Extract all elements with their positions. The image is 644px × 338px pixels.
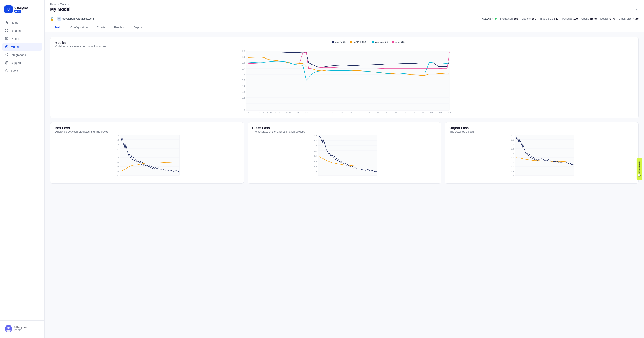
svg-text:2.0: 2.0 [116,134,120,136]
sidebar-item-label: Integrations [11,53,26,56]
more-options-button[interactable]: ⋮ [634,7,639,12]
epochs-value: 100 [532,17,536,20]
svg-text:1.5: 1.5 [314,160,317,162]
sidebar-item-label: Models [11,45,20,48]
svg-text:1.8: 1.8 [511,139,514,141]
box-loss-info: Box Loss Difference between predicted an… [55,126,108,133]
svg-point-20 [8,327,10,329]
svg-text:4.0: 4.0 [314,134,317,136]
feedback-button[interactable]: 💬 Feedback [636,158,642,180]
legend-recall: recall(B) [392,41,404,43]
svg-text:3.0: 3.0 [314,145,317,147]
metrics-chart-subtitle: Model accuracy measured on validation se… [55,45,106,48]
legend-label-map50: mAP50(B) [335,41,346,43]
svg-point-7 [6,46,8,48]
svg-point-11 [7,55,8,56]
svg-text:13: 13 [274,111,276,114]
main-content: Home › Models › My Model ⋮ 🔒 ✉ developer… [45,0,644,338]
tab-configuration[interactable]: Configuration [66,23,92,32]
sidebar-item-projects[interactable]: Projects [2,35,42,42]
svg-text:0: 0 [244,109,245,112]
svg-rect-5 [7,37,8,39]
object-loss-card: Object Loss The detected objects ⛶ [445,122,639,184]
box-loss-card: Box Loss Difference between predicted an… [50,122,244,184]
legend-map50: mAP50(B) [332,41,346,43]
sidebar-item-integrations[interactable]: Integrations [2,51,42,58]
svg-text:1.6: 1.6 [116,143,120,146]
breadcrumb: Home › Models › [50,3,639,6]
pretrained-value: Yes [514,17,518,20]
object-loss-info: Object Loss The detected objects [450,126,474,133]
tab-charts[interactable]: Charts [92,23,110,32]
sidebar-item-support[interactable]: Support [2,59,42,66]
svg-text:89: 89 [439,111,442,114]
svg-text:49: 49 [350,111,352,114]
charts-grid: Box Loss Difference between predicted an… [50,122,639,184]
svg-text:0.9: 0.9 [242,56,245,58]
svg-text:17: 17 [281,111,284,114]
svg-text:1.0: 1.0 [242,50,245,52]
pretrained-label: Pretrained [500,17,512,20]
metrics-chart-card: Metrics Model accuracy measured on valid… [50,37,639,118]
svg-text:1.2: 1.2 [511,152,514,154]
svg-text:21: 21 [289,111,291,114]
svg-text:0.7: 0.7 [242,68,245,70]
sidebar-item-models[interactable]: Models [2,43,42,50]
batch-size-param: Batch Size Auto [619,17,639,20]
sidebar-item-label: Trash [11,69,18,73]
svg-rect-2 [5,31,6,32]
page-title: My Model [50,7,70,12]
sidebar-item-datasets[interactable]: Datasets [2,27,42,34]
box-loss-title: Box Loss [55,126,108,130]
yolo-version-value: YOLOv8n [481,17,493,20]
class-loss-expand-button[interactable]: ⛶ [432,126,436,130]
cache-param: Cache None [582,17,597,20]
svg-rect-6 [7,39,8,40]
feedback-icon: 💬 [638,174,641,176]
svg-text:0.2: 0.2 [511,174,514,177]
svg-text:0.8: 0.8 [116,161,120,164]
user-profile[interactable]: Ultralytics FREE [2,323,42,334]
breadcrumb-home[interactable]: Home [50,3,57,6]
trash-icon [5,69,8,73]
batch-size-value: Auto [632,17,639,20]
svg-text:0.5: 0.5 [314,170,317,172]
breadcrumb-models[interactable]: Models [60,3,69,6]
metrics-expand-button[interactable]: ⛶ [630,41,634,45]
tab-train[interactable]: Train [50,23,66,32]
svg-text:19: 19 [285,111,288,114]
svg-text:0.4: 0.4 [116,170,120,172]
box-loss-svg: 2.0 1.8 1.6 1.4 1.2 1.0 0.8 0.6 0.4 0.2 [55,134,239,179]
svg-text:0.6: 0.6 [242,73,245,76]
home-icon [5,21,8,24]
metrics-chart-legend: mAP50(B) mAP50-95(B) precision(B) recall… [332,41,404,43]
tabs-bar: Train Configuration Charts Preview Deplo… [45,23,644,32]
class-loss-header: Class Loss The accuracy of the classes i… [252,126,437,133]
sidebar-item-trash[interactable]: Trash [2,67,42,75]
svg-rect-114 [515,135,574,176]
legend-label-recall: recall(B) [395,41,404,43]
models-icon [5,45,8,48]
svg-text:1.4: 1.4 [116,148,120,150]
metrics-chart-svg: 1.0 0.9 0.8 0.7 0.6 0.5 0.4 0.3 0.2 0.1 … [55,49,634,114]
tab-deploy[interactable]: Deploy [129,23,147,32]
user-name: Ultralytics [14,326,27,329]
svg-text:1.0: 1.0 [511,157,514,159]
legend-dot-precision [372,41,374,43]
sidebar-item-label: Projects [11,37,21,40]
object-loss-expand-button[interactable]: ⛶ [630,126,634,130]
model-email: ✉ developer@ultralytics.com [58,17,94,20]
metrics-chart-title: Metrics [55,41,106,44]
sidebar-item-home[interactable]: Home [2,19,42,26]
content-area: Metrics Model accuracy measured on valid… [45,32,644,338]
tab-preview[interactable]: Preview [110,23,129,32]
integrations-icon [5,53,8,56]
box-loss-expand-button[interactable]: ⛶ [235,126,239,130]
svg-text:0.2: 0.2 [116,174,120,177]
sidebar-item-label: Datasets [11,29,22,32]
object-loss-subtitle: The detected objects [450,130,474,133]
svg-text:93: 93 [448,111,451,114]
svg-text:3: 3 [255,111,256,114]
svg-text:1.4: 1.4 [511,148,514,150]
svg-point-12 [5,62,8,64]
